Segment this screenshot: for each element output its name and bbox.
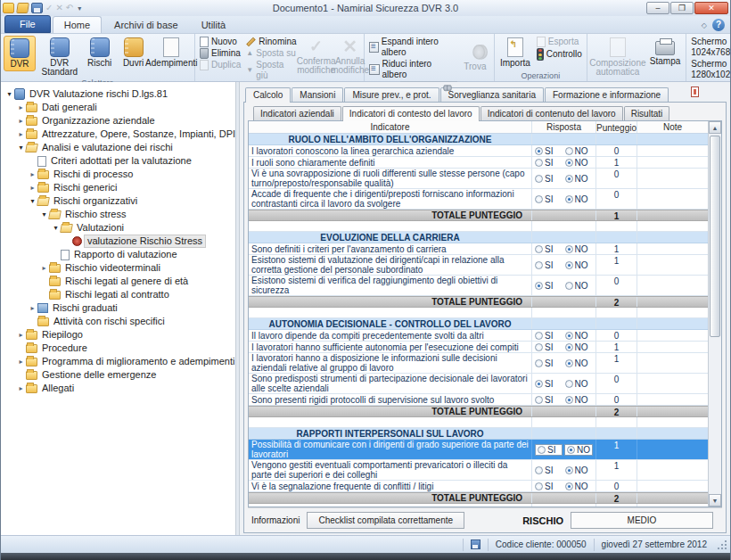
tree-expander-icon[interactable]: ▸ <box>16 117 26 125</box>
radio-no[interactable] <box>565 282 573 290</box>
radio-si[interactable] <box>535 482 543 490</box>
tree-expander-icon[interactable]: ▾ <box>4 90 14 98</box>
schermo-1280-button[interactable]: Schermo 1280x1024 <box>689 59 731 80</box>
tree-item[interactable]: ▾Valutazioni <box>1 221 235 235</box>
question-row[interactable]: Il lavoro dipende da compiti precedentem… <box>249 330 708 342</box>
tab-indicatori-contesto[interactable]: Indicatori di contesto del lavoro <box>342 106 480 121</box>
tree-item[interactable]: Rischi legati al contratto <box>1 288 235 301</box>
tree-item[interactable]: ▸Attrezzature, Opere, Sostanze, Impianti… <box>1 128 235 141</box>
question-row[interactable]: Accade di frequente che i dirigenti/prep… <box>249 189 708 210</box>
tree-expander-icon[interactable]: ▸ <box>16 384 26 392</box>
radio-si[interactable] <box>535 261 543 269</box>
question-row[interactable]: Sono definiti i criteri per l'avanzament… <box>249 243 708 255</box>
tree-item[interactable]: Attività con rischi specifici <box>1 315 235 328</box>
radio-si[interactable] <box>535 195 543 203</box>
tree-expander-icon[interactable]: ▾ <box>16 144 26 152</box>
radio-si-selected[interactable] <box>535 147 543 155</box>
radio-no-selected[interactable] <box>565 175 573 183</box>
maximize-button[interactable]: ❐ <box>670 2 694 14</box>
radio-no-selected[interactable] <box>565 359 573 367</box>
tree-item[interactable]: ▸Riepilogo <box>1 328 235 342</box>
stampa-button[interactable]: Stampa <box>647 36 683 68</box>
radio-si-selected[interactable] <box>535 380 543 388</box>
tab-risultati[interactable]: Risultati <box>624 106 670 120</box>
tab-indicatori-aziendali[interactable]: Indicatori aziendali <box>253 106 341 120</box>
question-row[interactable]: Vengono gestiti eventuali comportamenti … <box>249 460 708 481</box>
tab-mansioni[interactable]: Mansioni <box>292 87 343 102</box>
elimina-button[interactable]: Elimina <box>198 48 242 59</box>
radio-no-selected[interactable] <box>565 343 573 351</box>
save-icon[interactable] <box>31 3 43 13</box>
tree-item[interactable]: ▸Dati generali <box>1 101 235 114</box>
tree-item[interactable]: ▾Rischio stress <box>1 208 235 221</box>
radio-si[interactable] <box>535 343 543 351</box>
minimize-button[interactable]: – <box>646 2 669 14</box>
question-row-selected[interactable]: Possibilità di comunicare con i dirigent… <box>249 440 708 460</box>
tree-item[interactable]: ▾DVR Valutazione rischi D.lgs.81 <box>1 87 235 101</box>
scrollbar-thumb[interactable] <box>710 136 720 337</box>
espandi-albero-button[interactable]: Espandi intero albero <box>367 37 457 58</box>
table-scrollbar[interactable]: ▲ ▼ <box>708 121 721 506</box>
dvr-standard-button[interactable]: DVR Standard <box>37 36 82 78</box>
tree-item[interactable]: ▸Rischi generici <box>1 181 235 194</box>
riduci-albero-button[interactable]: Riduci intero albero <box>367 59 457 80</box>
tree-expander-icon[interactable]: ▸ <box>39 264 49 272</box>
tree-item[interactable]: ▸Rischio videoterminali <box>1 261 235 275</box>
tree-expander-icon[interactable]: ▾ <box>28 197 37 205</box>
radio-no-selected[interactable] <box>565 261 573 269</box>
schermo-1024-button[interactable]: Schermo 1024x768 <box>689 37 731 58</box>
tree-item[interactable]: Rapporto di valutazione <box>1 248 235 261</box>
tab-utilita[interactable]: Utilità <box>191 17 237 33</box>
radio-no[interactable] <box>565 380 573 388</box>
radio-no-selected[interactable] <box>565 195 573 203</box>
tree-item[interactable]: Criteri adottati per la valutazione <box>1 154 235 168</box>
rischi-button[interactable]: Rischi <box>84 36 116 70</box>
radio-si[interactable] <box>535 359 543 367</box>
tree-item[interactable]: Procedure <box>1 342 235 355</box>
radio-si[interactable] <box>538 446 546 454</box>
scroll-down-icon[interactable]: ▼ <box>709 494 721 506</box>
radio-no-selected[interactable] <box>565 466 573 474</box>
tree-item[interactable]: ▸Rischi di processo <box>1 168 235 181</box>
minimize-ribbon-icon[interactable]: ◇ <box>702 21 707 29</box>
close-button[interactable]: ✕ <box>694 2 728 14</box>
tab-file[interactable]: File <box>4 15 51 33</box>
tab-home[interactable]: Home <box>53 16 102 33</box>
radio-no-selected[interactable] <box>565 159 573 167</box>
tab-archivi-di-base[interactable]: Archivi di base <box>103 17 189 33</box>
tree-expander-icon[interactable]: ▸ <box>16 358 26 366</box>
tree-item[interactable]: ▸Allegati <box>1 382 235 395</box>
tree-expander-icon[interactable]: ▸ <box>16 103 26 111</box>
radio-no[interactable] <box>565 147 573 155</box>
question-row[interactable]: Vi è una sovrapposizione di ruoli differ… <box>249 169 708 189</box>
radio-no-selected[interactable] <box>565 245 573 253</box>
radio-no-selected[interactable] <box>565 396 573 404</box>
tree-item[interactable]: ▸Organizzazione aziendale <box>1 114 235 128</box>
question-row[interactable]: I lavoratori hanno sufficiente autonomia… <box>249 342 708 353</box>
question-row[interactable]: I ruoli sono chiaramente definitiSINO1 <box>249 157 708 169</box>
radio-si[interactable] <box>535 396 543 404</box>
tree-item[interactable]: Rischi legati al genere di età <box>1 275 235 288</box>
open-icon[interactable] <box>16 3 29 13</box>
tab-indicatori-contenuto[interactable]: Indicatori di contenuto del lavoro <box>480 106 623 120</box>
scroll-up-icon[interactable]: ▲ <box>709 121 721 134</box>
rinomina-button[interactable]: Rinomina <box>244 37 298 47</box>
tree-expander-icon[interactable]: ▾ <box>39 210 49 218</box>
adempimenti-button[interactable]: Adempimenti <box>152 36 192 70</box>
controllo-button[interactable]: Controllo <box>535 48 584 61</box>
nuovo-button[interactable]: Nuovo <box>198 37 242 47</box>
qat-dropdown-icon[interactable]: ▾ <box>76 4 83 12</box>
radio-si[interactable] <box>535 245 543 253</box>
tree-item[interactable]: ▸Programma di miglioramento e adempiment… <box>1 355 235 368</box>
tab-sorveglianza-sanitaria[interactable]: Sorveglianza sanitaria <box>440 87 544 102</box>
radio-no-selected[interactable] <box>565 332 573 340</box>
radio-si-selected[interactable] <box>535 282 543 290</box>
tree-expander-icon[interactable]: ▸ <box>16 331 26 339</box>
question-row[interactable]: Esistono sistemi di verifica del raggiun… <box>249 276 708 296</box>
tree-expander-icon[interactable]: ▸ <box>16 130 26 138</box>
help-icon[interactable]: ? <box>712 19 725 31</box>
tab-calcolo[interactable]: Calcolo <box>245 87 291 103</box>
question-row[interactable]: Esistono sistemi di valutazione dei diri… <box>249 255 708 276</box>
radio-si[interactable] <box>535 159 543 167</box>
tree-expander-icon[interactable]: ▸ <box>28 304 37 312</box>
